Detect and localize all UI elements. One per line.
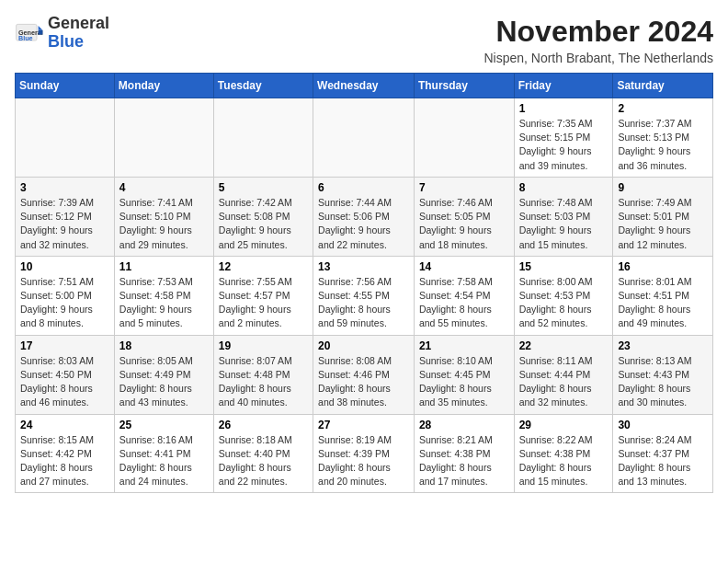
calendar-cell: 11Sunrise: 7:53 AM Sunset: 4:58 PM Dayli… xyxy=(114,256,213,335)
day-number: 22 xyxy=(519,339,609,352)
week-row-3: 10Sunrise: 7:51 AM Sunset: 5:00 PM Dayli… xyxy=(16,256,713,335)
day-info: Sunrise: 8:24 AM Sunset: 4:37 PM Dayligh… xyxy=(618,433,708,489)
calendar-cell: 18Sunrise: 8:05 AM Sunset: 4:49 PM Dayli… xyxy=(114,335,213,414)
day-number: 8 xyxy=(519,181,609,194)
day-info: Sunrise: 8:21 AM Sunset: 4:38 PM Dayligh… xyxy=(419,433,509,489)
logo: General Blue General Blue xyxy=(15,15,109,52)
day-number: 24 xyxy=(20,419,109,431)
logo-text: General Blue xyxy=(48,15,109,52)
weekday-header-monday: Monday xyxy=(114,74,213,98)
day-number: 27 xyxy=(318,419,409,431)
calendar-cell: 20Sunrise: 8:08 AM Sunset: 4:46 PM Dayli… xyxy=(313,335,415,414)
day-info: Sunrise: 7:35 AM Sunset: 5:15 PM Dayligh… xyxy=(519,117,609,173)
day-number: 14 xyxy=(419,260,509,273)
day-number: 29 xyxy=(519,419,609,431)
day-number: 18 xyxy=(119,339,209,352)
calendar-cell: 9Sunrise: 7:49 AM Sunset: 5:01 PM Daylig… xyxy=(613,177,713,256)
calendar-cell: 28Sunrise: 8:21 AM Sunset: 4:38 PM Dayli… xyxy=(414,414,514,493)
week-row-1: 1Sunrise: 7:35 AM Sunset: 5:15 PM Daylig… xyxy=(16,98,713,178)
day-info: Sunrise: 8:00 AM Sunset: 4:53 PM Dayligh… xyxy=(519,275,609,331)
day-info: Sunrise: 7:37 AM Sunset: 5:13 PM Dayligh… xyxy=(618,117,708,173)
logo-general-text: General xyxy=(48,14,109,32)
day-number: 12 xyxy=(219,260,308,273)
calendar-cell: 10Sunrise: 7:51 AM Sunset: 5:00 PM Dayli… xyxy=(16,256,115,335)
day-info: Sunrise: 7:41 AM Sunset: 5:10 PM Dayligh… xyxy=(119,196,209,252)
day-info: Sunrise: 8:11 AM Sunset: 4:44 PM Dayligh… xyxy=(519,354,609,410)
day-info: Sunrise: 8:15 AM Sunset: 4:42 PM Dayligh… xyxy=(20,433,109,489)
day-info: Sunrise: 8:08 AM Sunset: 4:46 PM Dayligh… xyxy=(318,354,409,410)
calendar-cell: 25Sunrise: 8:16 AM Sunset: 4:41 PM Dayli… xyxy=(114,414,213,493)
svg-text:Blue: Blue xyxy=(18,34,33,42)
calendar-cell: 15Sunrise: 8:00 AM Sunset: 4:53 PM Dayli… xyxy=(514,256,613,335)
calendar-cell: 5Sunrise: 7:42 AM Sunset: 5:08 PM Daylig… xyxy=(213,177,313,256)
day-number: 26 xyxy=(219,419,308,431)
day-info: Sunrise: 8:22 AM Sunset: 4:38 PM Dayligh… xyxy=(519,433,609,489)
day-number: 28 xyxy=(419,419,509,431)
week-row-4: 17Sunrise: 8:03 AM Sunset: 4:50 PM Dayli… xyxy=(16,335,713,414)
calendar-cell xyxy=(16,98,115,178)
day-info: Sunrise: 8:01 AM Sunset: 4:51 PM Dayligh… xyxy=(618,275,708,331)
day-info: Sunrise: 7:48 AM Sunset: 5:03 PM Dayligh… xyxy=(519,196,609,252)
day-info: Sunrise: 8:03 AM Sunset: 4:50 PM Dayligh… xyxy=(20,354,109,410)
day-info: Sunrise: 7:49 AM Sunset: 5:01 PM Dayligh… xyxy=(618,196,708,252)
logo-icon: General Blue xyxy=(15,18,44,48)
day-number: 9 xyxy=(618,181,708,194)
weekday-header-sunday: Sunday xyxy=(16,74,115,98)
day-number: 11 xyxy=(119,260,209,273)
weekday-header-saturday: Saturday xyxy=(613,74,713,98)
day-number: 20 xyxy=(318,339,409,352)
calendar-cell: 24Sunrise: 8:15 AM Sunset: 4:42 PM Dayli… xyxy=(16,414,115,493)
calendar-cell: 6Sunrise: 7:44 AM Sunset: 5:06 PM Daylig… xyxy=(313,177,415,256)
weekday-header-wednesday: Wednesday xyxy=(313,74,415,98)
calendar-cell: 21Sunrise: 8:10 AM Sunset: 4:45 PM Dayli… xyxy=(414,335,514,414)
day-number: 25 xyxy=(119,419,209,431)
day-number: 23 xyxy=(618,339,708,352)
day-info: Sunrise: 7:44 AM Sunset: 5:06 PM Dayligh… xyxy=(318,196,409,252)
calendar-cell xyxy=(114,98,213,178)
day-info: Sunrise: 8:10 AM Sunset: 4:45 PM Dayligh… xyxy=(419,354,509,410)
day-number: 4 xyxy=(119,181,209,194)
day-number: 16 xyxy=(618,260,708,273)
title-area: November 2024 Nispen, North Brabant, The… xyxy=(483,15,713,65)
week-row-5: 24Sunrise: 8:15 AM Sunset: 4:42 PM Dayli… xyxy=(16,414,713,493)
day-number: 17 xyxy=(20,339,109,352)
day-number: 13 xyxy=(318,260,409,273)
calendar-cell: 2Sunrise: 7:37 AM Sunset: 5:13 PM Daylig… xyxy=(613,98,713,178)
day-number: 6 xyxy=(318,181,409,194)
svg-marker-4 xyxy=(39,30,43,35)
calendar-cell: 7Sunrise: 7:46 AM Sunset: 5:05 PM Daylig… xyxy=(414,177,514,256)
day-number: 3 xyxy=(20,181,109,194)
month-title: November 2024 xyxy=(483,15,713,49)
header: General Blue General Blue November 2024 … xyxy=(15,15,713,65)
calendar-cell: 17Sunrise: 8:03 AM Sunset: 4:50 PM Dayli… xyxy=(16,335,115,414)
calendar-cell: 22Sunrise: 8:11 AM Sunset: 4:44 PM Dayli… xyxy=(514,335,613,414)
calendar-cell: 13Sunrise: 7:56 AM Sunset: 4:55 PM Dayli… xyxy=(313,256,415,335)
day-info: Sunrise: 7:53 AM Sunset: 4:58 PM Dayligh… xyxy=(119,275,209,331)
calendar-table: SundayMondayTuesdayWednesdayThursdayFrid… xyxy=(15,73,713,493)
calendar-cell: 30Sunrise: 8:24 AM Sunset: 4:37 PM Dayli… xyxy=(613,414,713,493)
weekday-header-row: SundayMondayTuesdayWednesdayThursdayFrid… xyxy=(16,74,713,98)
weekday-header-tuesday: Tuesday xyxy=(213,74,313,98)
location: Nispen, North Brabant, The Netherlands xyxy=(483,51,713,65)
weekday-header-friday: Friday xyxy=(514,74,613,98)
calendar-cell: 29Sunrise: 8:22 AM Sunset: 4:38 PM Dayli… xyxy=(514,414,613,493)
day-number: 5 xyxy=(219,181,308,194)
day-number: 10 xyxy=(20,260,109,273)
day-info: Sunrise: 7:51 AM Sunset: 5:00 PM Dayligh… xyxy=(20,275,109,331)
calendar-cell xyxy=(213,98,313,178)
calendar-cell: 1Sunrise: 7:35 AM Sunset: 5:15 PM Daylig… xyxy=(514,98,613,178)
day-number: 2 xyxy=(618,102,708,115)
day-number: 30 xyxy=(618,419,708,431)
calendar-cell: 19Sunrise: 8:07 AM Sunset: 4:48 PM Dayli… xyxy=(213,335,313,414)
day-number: 21 xyxy=(419,339,509,352)
logo-blue-text: Blue xyxy=(48,32,84,51)
day-number: 7 xyxy=(419,181,509,194)
day-number: 15 xyxy=(519,260,609,273)
weekday-header-thursday: Thursday xyxy=(414,74,514,98)
calendar-cell: 27Sunrise: 8:19 AM Sunset: 4:39 PM Dayli… xyxy=(313,414,415,493)
week-row-2: 3Sunrise: 7:39 AM Sunset: 5:12 PM Daylig… xyxy=(16,177,713,256)
calendar-cell: 12Sunrise: 7:55 AM Sunset: 4:57 PM Dayli… xyxy=(213,256,313,335)
calendar-cell: 14Sunrise: 7:58 AM Sunset: 4:54 PM Dayli… xyxy=(414,256,514,335)
day-info: Sunrise: 8:19 AM Sunset: 4:39 PM Dayligh… xyxy=(318,433,409,489)
calendar-cell: 8Sunrise: 7:48 AM Sunset: 5:03 PM Daylig… xyxy=(514,177,613,256)
